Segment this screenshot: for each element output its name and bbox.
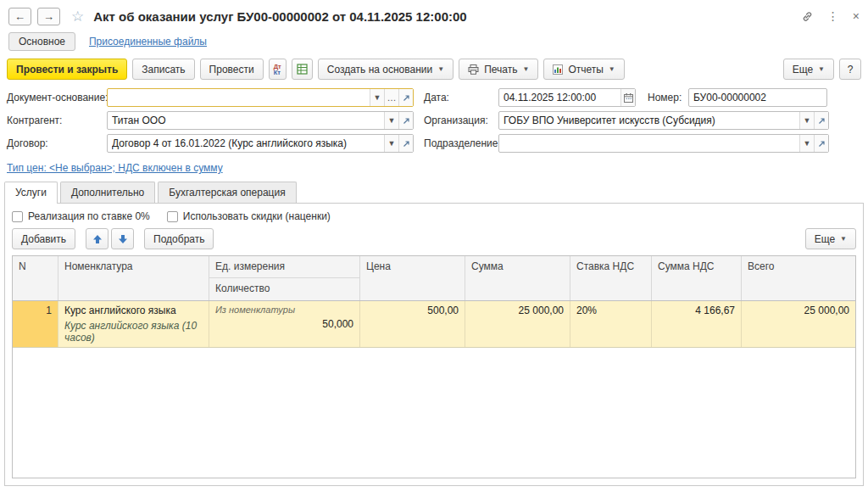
dropdown-button[interactable]: ▼ — [384, 135, 398, 152]
date-field — [498, 88, 636, 107]
number-input[interactable] — [688, 88, 827, 107]
move-row-down-button[interactable] — [111, 228, 134, 249]
caret-down-icon: ▼ — [840, 236, 847, 243]
services-panel: Реализация по ставке 0% Использовать ски… — [4, 203, 864, 486]
document-nav: Основное Присоединенные файлы — [0, 32, 868, 57]
tab-accounting[interactable]: Бухгалтерская операция — [158, 182, 296, 203]
reports-button[interactable]: Отчеты▼ — [543, 59, 624, 80]
cell-quantity: 50,000 — [215, 318, 353, 330]
caret-down-icon: ▼ — [388, 116, 396, 125]
counterparty-label: Контрагент: — [7, 115, 107, 126]
help-button[interactable]: ? — [839, 59, 861, 80]
arrow-down-icon — [118, 234, 128, 244]
number-label: Номер: — [648, 92, 688, 103]
dropdown-button[interactable]: ▼ — [384, 112, 398, 129]
header-vat-amount[interactable]: Сумма НДС — [652, 256, 742, 300]
calendar-icon — [624, 93, 633, 103]
table-empty-area[interactable] — [13, 348, 855, 478]
create-based-on-button[interactable]: Создать на основании▼ — [318, 59, 453, 80]
dropdown-button[interactable]: ▼ — [799, 112, 814, 129]
close-icon[interactable]: × — [853, 9, 860, 23]
contract-field: ▼ — [107, 134, 414, 153]
nav-item-main[interactable]: Основное — [8, 32, 75, 51]
table-more-button[interactable]: Еще▼ — [805, 228, 856, 249]
move-row-up-button[interactable] — [86, 228, 108, 249]
tab-additional[interactable]: Дополнительно — [60, 182, 155, 203]
checkbox-icon — [12, 211, 23, 222]
zero-rate-checkbox[interactable]: Реализация по ставке 0% — [12, 210, 150, 222]
header-n[interactable]: N — [13, 256, 58, 300]
contract-input[interactable] — [108, 135, 384, 152]
cell-amount[interactable]: 25 000,00 — [465, 301, 570, 347]
cell-row-number[interactable]: 1 — [13, 301, 58, 347]
cell-unit-quantity[interactable]: Из номенклатуры 50,000 — [209, 301, 360, 347]
organization-input[interactable] — [499, 112, 799, 129]
more-button[interactable]: Еще▼ — [783, 59, 834, 80]
add-row-button[interactable]: Добавить — [12, 228, 75, 249]
caret-down-icon: ▼ — [804, 116, 811, 125]
header-unit-quantity[interactable]: Ед. измерения Количество — [209, 256, 360, 300]
price-type-link[interactable]: Тип цен: <Не выбран>; НДС включен в сумм… — [7, 162, 223, 174]
favorite-star-icon[interactable]: ☆ — [71, 8, 84, 25]
organization-label: Организация: — [424, 115, 498, 126]
header-vat-rate[interactable]: Ставка НДС — [570, 256, 652, 300]
calendar-button[interactable] — [620, 89, 635, 106]
base-document-input[interactable] — [108, 89, 370, 106]
report-chart-icon — [553, 64, 563, 75]
kebab-menu-icon[interactable]: ⋮ — [827, 9, 839, 23]
open-link-icon — [818, 117, 826, 125]
counterparty-input[interactable] — [108, 112, 384, 129]
header-nomenclature[interactable]: Номенклатура — [58, 256, 209, 300]
dropdown-button[interactable]: ▼ — [799, 135, 814, 152]
open-button[interactable] — [814, 112, 828, 129]
header-amount[interactable]: Сумма — [465, 256, 570, 300]
open-button[interactable] — [398, 89, 413, 106]
dtkt-postings-button[interactable]: Дт Кт — [269, 59, 287, 80]
post-button[interactable]: Провести — [200, 59, 264, 80]
contract-label: Договор: — [7, 137, 107, 149]
caret-down-icon: ▼ — [818, 66, 825, 73]
nav-item-attached-files[interactable]: Присоединенные файлы — [89, 36, 207, 48]
date-input[interactable] — [499, 89, 620, 106]
caret-down-icon: ▼ — [374, 93, 381, 102]
department-field: ▼ — [498, 134, 829, 153]
cell-vat-rate[interactable]: 20% — [570, 301, 652, 347]
cell-total[interactable]: 25 000,00 — [742, 301, 855, 347]
base-document-label: Документ-основание: — [7, 92, 107, 103]
cell-vat-amount[interactable]: 4 166,67 — [652, 301, 742, 347]
ellipsis-button[interactable]: … — [384, 89, 398, 106]
back-arrow-icon: ← — [14, 10, 25, 23]
link-icon[interactable] — [801, 10, 814, 23]
base-document-field: ▼ … — [107, 88, 414, 107]
tab-strip: Услуги Дополнительно Бухгалтерская опера… — [0, 178, 868, 203]
tab-services[interactable]: Услуги — [4, 182, 58, 204]
use-discounts-checkbox[interactable]: Использовать скидки (наценки) — [167, 210, 331, 222]
header-total[interactable]: Всего — [742, 256, 855, 300]
pick-items-button[interactable]: Подобрать — [144, 228, 214, 249]
forward-button[interactable]: → — [37, 8, 60, 25]
open-link-icon — [403, 117, 410, 125]
cell-price[interactable]: 500,00 — [360, 301, 465, 347]
save-button[interactable]: Записать — [132, 59, 194, 80]
caret-down-icon: ▼ — [522, 66, 529, 73]
organization-field: ▼ — [498, 111, 829, 130]
dropdown-button[interactable]: ▼ — [370, 89, 384, 106]
open-button[interactable] — [398, 135, 413, 152]
header-unit: Ед. измерения — [209, 256, 359, 278]
spreadsheet-button[interactable] — [292, 59, 313, 80]
open-button[interactable] — [814, 135, 828, 152]
caret-down-icon: ▼ — [804, 139, 811, 148]
command-bar: Провести и закрыть Записать Провести Дт … — [0, 57, 868, 86]
table-row[interactable]: 1 Курс английского языка Курс английског… — [13, 301, 855, 348]
post-and-close-button[interactable]: Провести и закрыть — [7, 59, 127, 80]
dtkt-icon: Дт Кт — [274, 64, 281, 75]
department-label: Подразделение: — [424, 137, 498, 149]
department-input[interactable] — [499, 135, 799, 152]
caret-down-icon: ▼ — [437, 66, 444, 73]
cell-nomenclature-detail: Курс английского языка (10 часов) — [64, 320, 203, 344]
cell-nomenclature[interactable]: Курс английского языка Курс английского … — [58, 301, 209, 347]
back-button[interactable]: ← — [8, 8, 31, 25]
open-button[interactable] — [398, 112, 413, 129]
header-price[interactable]: Цена — [360, 256, 465, 300]
print-button[interactable]: Печать▼ — [459, 59, 538, 80]
